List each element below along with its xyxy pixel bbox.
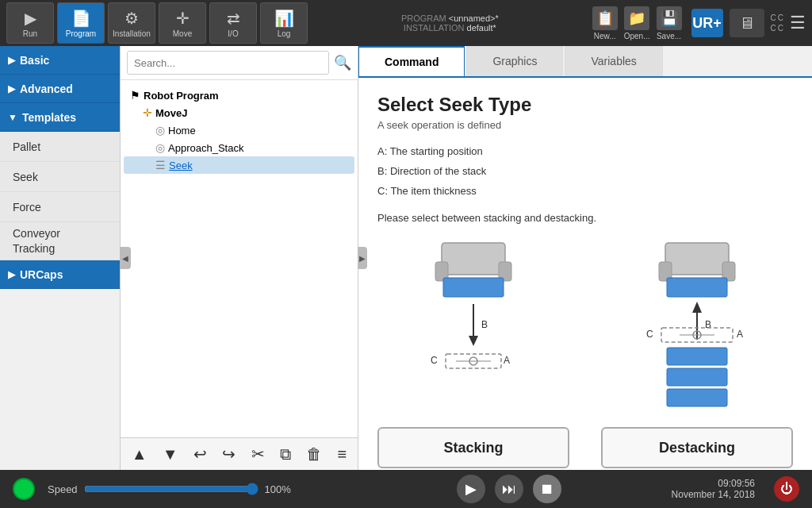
desc-line-b: B: Direction of the stack: [377, 164, 793, 180]
new-label: New...: [594, 32, 616, 40]
sidebar-section-basic[interactable]: ▶ Basic: [0, 46, 120, 75]
new-button[interactable]: 📋 New...: [592, 6, 618, 40]
tab-command[interactable]: Command: [358, 46, 465, 76]
movej-label: MoveJ: [155, 107, 187, 119]
tree-robot-program[interactable]: ⚑ Robot Program: [124, 87, 354, 104]
force-label: Force: [13, 201, 41, 214]
tab-command-label: Command: [385, 56, 439, 68]
sidebar-item-force[interactable]: Force: [0, 192, 120, 222]
stacking-svg: B C A: [394, 237, 553, 411]
tree-cut-btn[interactable]: ✂: [247, 443, 270, 465]
tree-content: ⚑ Robot Program ✛ MoveJ ◎ Home ◎ Approac…: [121, 80, 358, 437]
content-note: Please select between stacking and desta…: [377, 212, 793, 224]
play-button[interactable]: ▶: [457, 475, 485, 503]
choice-buttons: Stacking Destacking: [377, 427, 793, 468]
tree-up-btn[interactable]: ▲: [127, 444, 152, 465]
nav-io[interactable]: ⇄ I/O: [209, 2, 257, 44]
tree-movej[interactable]: ✛ MoveJ: [124, 104, 354, 121]
speed-percent: 100%: [265, 483, 291, 495]
svg-marker-5: [469, 336, 478, 346]
ur-logo: UR+: [691, 9, 723, 37]
nav-move[interactable]: ✛ Move: [159, 2, 206, 44]
main-area: ▶ Basic ▶ Advanced ▼ Templates Pallet Se…: [0, 46, 812, 470]
tree-down-btn[interactable]: ▼: [158, 444, 183, 465]
approach-icon: ◎: [155, 141, 165, 154]
top-right-extras: UR+ 🖥 CC CC ☰: [691, 9, 806, 37]
diagrams-row: B C A: [377, 237, 793, 411]
svg-rect-12: [665, 243, 729, 275]
open-button[interactable]: 📁 Open...: [624, 6, 650, 40]
skip-button[interactable]: ⏭: [495, 475, 523, 503]
date-display: November 14, 2018: [672, 489, 755, 500]
tree-home[interactable]: ◎ Home: [124, 121, 354, 139]
conveyor-label: ConveyorTracking: [13, 226, 60, 255]
search-input[interactable]: [127, 51, 329, 75]
installation-name: default*: [467, 23, 496, 33]
nav-log[interactable]: 📊 Log: [260, 2, 308, 44]
advanced-arrow: ▶: [8, 83, 15, 94]
save-button[interactable]: 💾 Save...: [657, 6, 682, 40]
sidebar-item-pallet[interactable]: Pallet: [0, 132, 120, 162]
power-button[interactable]: ⏻: [774, 476, 799, 502]
svg-rect-25: [667, 368, 727, 386]
sidebar-section-urcaps[interactable]: ▶ URCaps: [0, 260, 120, 289]
templates-label: Templates: [22, 111, 76, 124]
approach-label: Approach_Stack: [168, 142, 243, 154]
svg-rect-15: [667, 278, 727, 297]
installation-label: INSTALLATION: [404, 23, 465, 33]
tree-copy-btn[interactable]: ⧉: [275, 444, 296, 465]
save-icon: 💾: [657, 6, 682, 30]
svg-rect-3: [443, 278, 504, 297]
seek-tree-label: Seek: [169, 160, 193, 171]
search-icon[interactable]: 🔍: [334, 54, 351, 71]
svg-text:C: C: [431, 355, 438, 366]
tree-collapse-button[interactable]: ▶: [358, 247, 367, 269]
stop-button[interactable]: ⏹: [533, 475, 561, 503]
destacking-svg: B C A: [618, 237, 776, 411]
sidebar-section-templates[interactable]: ▼ Templates: [0, 103, 120, 132]
destacking-button[interactable]: Destacking: [601, 427, 793, 468]
tree-toolbar: ▲ ▼ ↩ ↪ ✂ ⧉ 🗑 ≡: [121, 437, 358, 470]
tree-seek[interactable]: ☰ Seek: [124, 156, 354, 174]
nav-run[interactable]: ▶ Run: [6, 2, 54, 44]
sidebar-collapse-button[interactable]: ◀: [120, 247, 131, 269]
svg-text:A: A: [504, 355, 510, 366]
installation-icon: ⚙: [124, 9, 139, 28]
program-label: PROGRAM: [401, 13, 446, 23]
nav-io-label: I/O: [228, 29, 238, 38]
time-display: 09:09:56: [672, 478, 755, 489]
menu-icon[interactable]: ☰: [790, 13, 806, 33]
sidebar-item-seek[interactable]: Seek: [0, 162, 120, 192]
sidebar-item-conveyor[interactable]: ConveyorTracking: [0, 222, 120, 260]
open-label: Open...: [624, 32, 650, 40]
nav-log-label: Log: [278, 29, 291, 38]
stacking-button[interactable]: Stacking: [377, 427, 569, 468]
tree-redo-btn[interactable]: ↪: [217, 443, 240, 465]
svg-marker-17: [692, 302, 702, 313]
seek-label: Seek: [13, 171, 38, 183]
tree-delete-btn[interactable]: 🗑: [301, 444, 327, 465]
status-bar: Speed 100% ▶ ⏭ ⏹ 09:09:56 November 14, 2…: [0, 470, 812, 508]
log-icon: 📊: [274, 9, 294, 28]
status-time: 09:09:56 November 14, 2018: [672, 478, 755, 500]
svg-rect-24: [667, 348, 727, 365]
program-tree: 🔍 ⚑ Robot Program ✛ MoveJ ◎ Home ◎ Appro…: [121, 46, 358, 470]
new-icon: 📋: [592, 6, 618, 30]
save-label: Save...: [657, 32, 681, 40]
io-icon: ⇄: [227, 9, 240, 28]
tab-graphics[interactable]: Graphics: [466, 46, 563, 76]
search-bar: 🔍: [121, 46, 358, 80]
speed-control: Speed 100%: [48, 483, 347, 495]
nav-installation[interactable]: ⚙ Installation: [108, 2, 155, 44]
nav-program[interactable]: 📄 Program: [57, 2, 105, 44]
desc-line-c: C: The item thickness: [377, 183, 793, 200]
tree-approach-stack[interactable]: ◎ Approach_Stack: [124, 139, 354, 156]
tab-variables[interactable]: Variables: [565, 46, 662, 76]
move-icon: ✛: [176, 9, 190, 28]
urcaps-arrow: ▶: [8, 269, 15, 280]
tree-undo-btn[interactable]: ↩: [189, 443, 212, 465]
sidebar-section-advanced[interactable]: ▶ Advanced: [0, 75, 120, 103]
speed-slider[interactable]: [84, 483, 259, 495]
top-bar: ▶ Run 📄 Program ⚙ Installation ✛ Move ⇄ …: [0, 0, 812, 46]
tree-menu-btn[interactable]: ≡: [333, 444, 352, 465]
